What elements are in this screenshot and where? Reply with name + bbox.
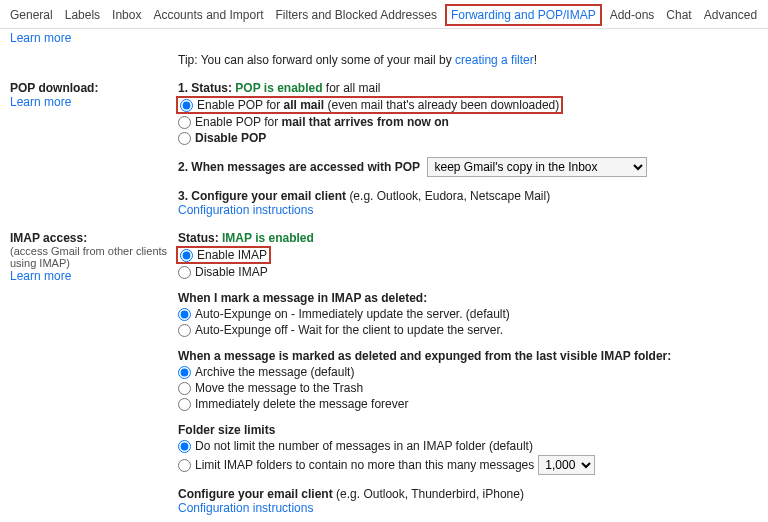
imap-enable-highlight: Enable IMAP bbox=[176, 246, 271, 264]
pop-disable-label: Disable POP bbox=[195, 131, 266, 145]
pop-config-instructions-link[interactable]: Configuration instructions bbox=[178, 203, 313, 217]
imap-status-label: Status: bbox=[178, 231, 222, 245]
tab-inbox[interactable]: Inbox bbox=[112, 6, 141, 24]
imap-title: IMAP access: bbox=[10, 231, 178, 245]
tab-addons[interactable]: Add-ons bbox=[610, 6, 655, 24]
pop-title: POP download: bbox=[10, 81, 178, 95]
tip-text: Tip: You can also forward only some of y… bbox=[178, 53, 455, 67]
pop-enable-new-radio[interactable] bbox=[178, 116, 191, 129]
imap-expunged-header: When a message is marked as deleted and … bbox=[178, 349, 758, 363]
create-filter-link[interactable]: creating a filter bbox=[455, 53, 534, 67]
imap-config-instructions-link[interactable]: Configuration instructions bbox=[178, 501, 313, 515]
imap-expunge-off-label: Auto-Expunge off - Wait for the client t… bbox=[195, 323, 503, 337]
imap-configure-label: Configure your email client bbox=[178, 487, 336, 501]
imap-archive-radio[interactable] bbox=[178, 366, 191, 379]
imap-expunge-on-radio[interactable] bbox=[178, 308, 191, 321]
imap-delete-forever-radio[interactable] bbox=[178, 398, 191, 411]
imap-deleted-header: When I mark a message in IMAP as deleted… bbox=[178, 291, 758, 305]
tab-general[interactable]: General bbox=[10, 6, 53, 24]
pop-action-select[interactable]: keep Gmail's copy in the Inbox bbox=[427, 157, 647, 177]
imap-delete-forever-label: Immediately delete the message forever bbox=[195, 397, 408, 411]
imap-configure-sub: (e.g. Outlook, Thunderbird, iPhone) bbox=[336, 487, 524, 501]
imap-learn-more-link[interactable]: Learn more bbox=[10, 269, 71, 283]
imap-expunge-off-radio[interactable] bbox=[178, 324, 191, 337]
pop-enable-new-label: Enable POP for mail that arrives from no… bbox=[195, 115, 449, 129]
pop-configure-sub: (e.g. Outlook, Eudora, Netscape Mail) bbox=[349, 189, 550, 203]
imap-disable-label: Disable IMAP bbox=[195, 265, 268, 279]
imap-trash-radio[interactable] bbox=[178, 382, 191, 395]
imap-trash-label: Move the message to the Trash bbox=[195, 381, 363, 395]
imap-limit-select[interactable]: 1,000 bbox=[538, 455, 595, 475]
imap-enable-radio[interactable] bbox=[180, 249, 193, 262]
imap-folder-header: Folder size limits bbox=[178, 423, 758, 437]
imap-disable-radio[interactable] bbox=[178, 266, 191, 279]
imap-no-limit-label: Do not limit the number of messages in a… bbox=[195, 439, 533, 453]
tab-forwarding-pop-imap[interactable]: Forwarding and POP/IMAP bbox=[445, 4, 602, 26]
imap-status-value: IMAP is enabled bbox=[222, 231, 314, 245]
pop-learn-more-link[interactable]: Learn more bbox=[10, 95, 71, 109]
imap-limit-label: Limit IMAP folders to contain no more th… bbox=[195, 458, 534, 472]
imap-limit-radio[interactable] bbox=[178, 459, 191, 472]
tab-filters[interactable]: Filters and Blocked Addresses bbox=[276, 6, 437, 24]
tip-line: Tip: You can also forward only some of y… bbox=[178, 53, 758, 67]
forwarding-learn-more-link[interactable]: Learn more bbox=[10, 31, 71, 45]
imap-archive-label: Archive the message (default) bbox=[195, 365, 354, 379]
pop-disable-radio[interactable] bbox=[178, 132, 191, 145]
imap-enable-label: Enable IMAP bbox=[197, 248, 267, 262]
tab-chat[interactable]: Chat bbox=[666, 6, 691, 24]
imap-subtitle: (access Gmail from other clients using I… bbox=[10, 245, 178, 269]
tab-labels[interactable]: Labels bbox=[65, 6, 100, 24]
pop-status-value: POP is enabled bbox=[235, 81, 322, 95]
pop-when-accessed-label: 2. When messages are accessed with POP bbox=[178, 160, 420, 174]
pop-enable-all-highlight: Enable POP for all mail (even mail that'… bbox=[176, 96, 563, 114]
settings-tabs: General Labels Inbox Accounts and Import… bbox=[0, 0, 768, 29]
pop-enable-all-radio[interactable] bbox=[180, 99, 193, 112]
pop-status-label: 1. Status: bbox=[178, 81, 235, 95]
pop-enable-all-label: Enable POP for all mail (even mail that'… bbox=[197, 98, 559, 112]
pop-status-suffix: for all mail bbox=[323, 81, 381, 95]
tab-advanced[interactable]: Advanced bbox=[704, 6, 757, 24]
imap-no-limit-radio[interactable] bbox=[178, 440, 191, 453]
tip-suffix: ! bbox=[534, 53, 537, 67]
pop-configure-label: 3. Configure your email client bbox=[178, 189, 349, 203]
imap-expunge-on-label: Auto-Expunge on - Immediately update the… bbox=[195, 307, 510, 321]
tab-accounts[interactable]: Accounts and Import bbox=[153, 6, 263, 24]
